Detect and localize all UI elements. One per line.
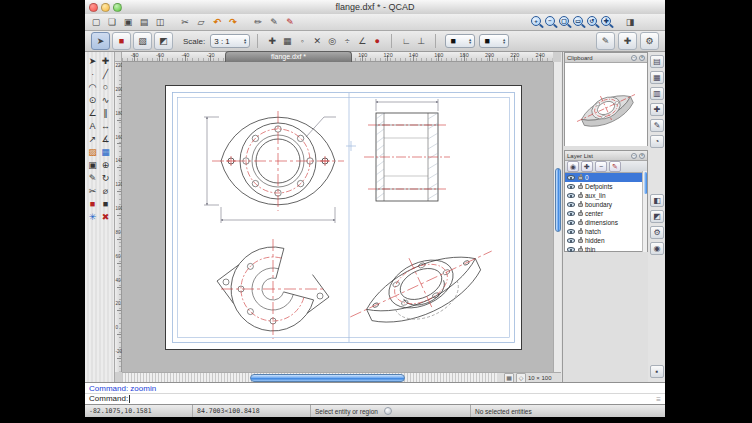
layer-edit-icon[interactable] [609, 161, 621, 172]
arc-tool[interactable] [86, 80, 99, 93]
point-tool[interactable] [86, 67, 99, 80]
document-tab[interactable]: flange.dxf * [225, 51, 352, 62]
layer-list-item[interactable]: hidden [565, 236, 647, 245]
isometric-toggle-icon[interactable] [516, 373, 526, 383]
panel-close-icon[interactable] [639, 55, 645, 61]
save-icon[interactable] [121, 16, 135, 29]
measure-tool[interactable] [99, 184, 112, 197]
select-all-icon[interactable] [154, 32, 173, 50]
layer-add-icon[interactable] [581, 161, 593, 172]
layer-remove-icon[interactable] [595, 161, 607, 172]
layer-visibility-icon[interactable] [567, 193, 575, 198]
layer-scroll-thumb[interactable] [644, 172, 648, 194]
clock-icon[interactable] [650, 135, 664, 148]
add-view-icon[interactable] [650, 103, 664, 116]
redo-icon[interactable] [226, 16, 240, 29]
panel-close-icon[interactable] [639, 153, 645, 159]
drawing-canvas[interactable] [122, 62, 553, 372]
layer-visibility-icon[interactable] [567, 202, 575, 207]
delete-tool[interactable] [99, 210, 112, 223]
scale-combo[interactable]: 3 : 1 ▴▾ [210, 34, 250, 48]
snap-center-icon[interactable] [325, 35, 339, 48]
order-back-tool[interactable] [99, 197, 112, 210]
undo-icon[interactable] [210, 16, 224, 29]
snap-distance-icon[interactable] [355, 35, 369, 48]
edit-icon[interactable] [267, 16, 281, 29]
zoom-pan-icon[interactable] [601, 16, 613, 28]
layer-lock-icon[interactable] [578, 212, 583, 216]
wrench-icon[interactable] [640, 32, 659, 50]
pencil-icon[interactable] [650, 119, 664, 132]
leader-tool[interactable] [86, 132, 99, 145]
zoom-auto-icon[interactable] [559, 16, 571, 28]
line-tool[interactable] [99, 67, 112, 80]
horizontal-scroll-thumb[interactable] [250, 374, 405, 382]
image-tool[interactable] [99, 145, 112, 158]
zoom-in-icon[interactable] [531, 16, 543, 28]
print-preview-icon[interactable] [153, 16, 167, 29]
layer-lock-icon[interactable] [578, 194, 583, 198]
ellipse-tool[interactable] [86, 93, 99, 106]
restrict-horizontal-icon[interactable] [399, 35, 413, 48]
zoom-out-icon[interactable] [545, 16, 557, 28]
new-icon[interactable] [89, 16, 103, 29]
snap-endpoint-icon[interactable] [295, 35, 309, 48]
property-editor-icon[interactable] [650, 55, 664, 68]
layer-visibility-icon[interactable] [567, 229, 575, 234]
crosshair-icon[interactable] [618, 32, 637, 50]
layer-list-item[interactable]: aux_lin [565, 191, 647, 200]
print-icon[interactable] [137, 16, 151, 29]
offset-tool[interactable] [99, 106, 112, 119]
zoom-window-icon[interactable] [573, 16, 585, 28]
vertical-scroll-thumb[interactable] [555, 168, 561, 232]
spline-tool[interactable] [99, 93, 112, 106]
open-icon[interactable] [105, 16, 119, 29]
snap-intersection-icon[interactable] [310, 35, 324, 48]
deselect-icon[interactable] [133, 32, 152, 50]
select-tool[interactable] [86, 54, 99, 67]
info-icon[interactable] [650, 242, 664, 255]
library-browser-icon[interactable] [650, 71, 664, 84]
trim-tool[interactable] [86, 184, 99, 197]
settings-icon[interactable] [650, 226, 664, 239]
layer-lock-icon[interactable] [578, 248, 583, 252]
snap-reference-icon[interactable] [370, 35, 384, 48]
title-bar[interactable]: flange.dxf * - QCAD [85, 0, 665, 15]
line-color-combo[interactable]: ▴▾ [445, 34, 475, 48]
cam-icon[interactable] [650, 194, 664, 207]
layer-list-item[interactable]: center [565, 209, 647, 218]
layer-lock-icon[interactable] [578, 203, 583, 207]
circle-tool[interactable] [99, 80, 112, 93]
layer-lock-icon[interactable] [578, 230, 583, 234]
layer-list-item[interactable]: Defpoints [565, 182, 647, 191]
line-width-combo[interactable]: ▴▾ [479, 34, 509, 48]
layer-lock-icon[interactable] [578, 176, 583, 180]
selection-pointer-icon[interactable] [91, 32, 110, 50]
layer-visibility-icon[interactable] [567, 184, 575, 189]
draw-icon[interactable] [251, 16, 265, 29]
zoom-previous-icon[interactable] [587, 16, 599, 28]
layer-visibility-icon[interactable] [567, 220, 575, 225]
panel-float-icon[interactable] [631, 55, 637, 61]
block-tool[interactable] [86, 158, 99, 171]
dimension-tool[interactable] [99, 119, 112, 132]
snap-middle-icon[interactable] [340, 35, 354, 48]
layer-visibility-icon[interactable] [567, 238, 575, 243]
snap-free-icon[interactable] [265, 35, 279, 48]
clipboard-panel-header[interactable]: Clipboard [565, 53, 647, 63]
modify-tool[interactable] [86, 171, 99, 184]
cut-icon[interactable] [178, 16, 192, 29]
polyline-tool[interactable] [86, 106, 99, 119]
status-knob[interactable] [384, 407, 392, 415]
layer-list-item[interactable]: thin [565, 245, 647, 254]
panel-float-icon[interactable] [631, 153, 637, 159]
explode-tool[interactable] [86, 210, 99, 223]
layer-panel-header[interactable]: Layer List [565, 151, 647, 161]
layer-lock-icon[interactable] [578, 185, 583, 189]
layer-list-item[interactable]: dimensions [565, 218, 647, 227]
layer-list-item[interactable]: hatch [565, 227, 647, 236]
horizontal-scrollbar[interactable] [122, 373, 497, 382]
attributes-pencil-icon[interactable] [596, 32, 615, 50]
layer-lock-icon[interactable] [578, 239, 583, 243]
rotate-tool[interactable] [99, 171, 112, 184]
